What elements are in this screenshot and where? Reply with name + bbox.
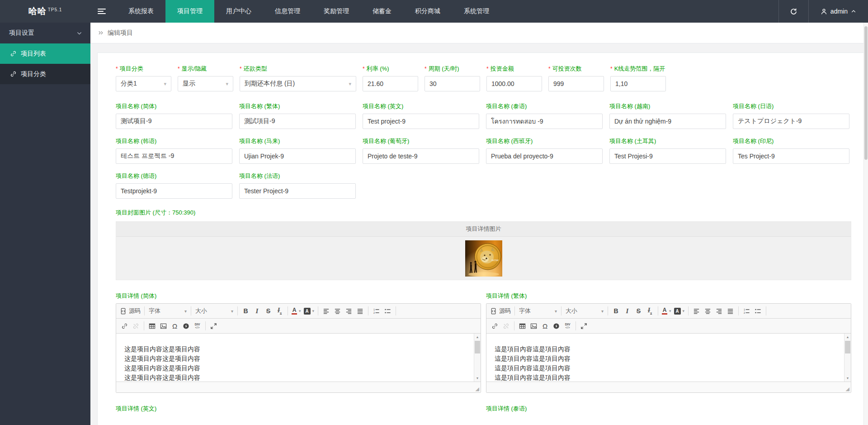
flash-button[interactable] xyxy=(180,320,192,332)
sidebar-item-2[interactable]: 项目分类 xyxy=(0,64,90,84)
text-input[interactable] xyxy=(116,183,232,199)
align-justify-button[interactable] xyxy=(725,306,736,317)
user-menu[interactable]: admin xyxy=(809,0,868,23)
align-right-button[interactable] xyxy=(713,306,725,317)
link-button[interactable] xyxy=(119,320,130,332)
resize-grip-icon[interactable]: ◢ xyxy=(846,386,849,392)
nav-item-1[interactable]: 系统报表 xyxy=(117,0,165,23)
toolbar-separator xyxy=(688,306,689,315)
bg-color-button[interactable]: A▾ xyxy=(673,306,686,317)
remove-format-button[interactable]: Ix xyxy=(274,306,285,317)
text-input[interactable] xyxy=(733,148,849,164)
nav-item-2[interactable]: 项目管理 xyxy=(165,0,214,23)
page-scrollbar-thumb[interactable] xyxy=(864,26,868,160)
align-left-button[interactable] xyxy=(691,306,702,317)
refresh-button[interactable] xyxy=(779,0,808,23)
ordered-list-button[interactable]: 12 xyxy=(741,306,752,317)
text-color-button[interactable]: A▾ xyxy=(660,306,673,317)
align-center-button[interactable] xyxy=(332,306,343,317)
table-button[interactable] xyxy=(517,320,528,332)
bullet-list-button[interactable] xyxy=(752,306,764,317)
text-input[interactable] xyxy=(609,148,726,164)
nav-item-8[interactable]: 系统管理 xyxy=(452,0,501,23)
editor-scrollbar[interactable]: ▲▼ xyxy=(844,334,851,382)
brand-logo[interactable]: 哈哈 TP5.1 xyxy=(0,0,90,23)
page-scrollbar[interactable] xyxy=(863,23,868,425)
scroll-down-icon[interactable]: ▼ xyxy=(844,375,851,382)
editor-content[interactable]: 这是项目内容这是项目内容这是项目内容这是项目内容这是项目内容这是项目内容这是项目… xyxy=(116,334,481,382)
text-input[interactable] xyxy=(733,114,849,129)
select-field[interactable]: 分类1▾ xyxy=(116,76,171,91)
text-input[interactable] xyxy=(239,183,356,199)
source-button[interactable]: 源码 xyxy=(119,306,142,317)
source-button[interactable]: 源码 xyxy=(489,306,512,317)
scroll-up-icon[interactable]: ▲ xyxy=(844,334,851,340)
align-center-button[interactable] xyxy=(702,306,713,317)
text-input[interactable] xyxy=(548,76,604,91)
image-button[interactable] xyxy=(158,320,169,332)
italic-button[interactable]: I xyxy=(251,306,263,317)
text-input[interactable] xyxy=(486,76,542,91)
nav-item-3[interactable]: 用户中心 xyxy=(214,0,263,23)
maximize-button[interactable] xyxy=(578,320,590,332)
text-input[interactable] xyxy=(363,148,479,164)
hamburger-icon[interactable] xyxy=(90,0,113,23)
ordered-list-button[interactable]: 12 xyxy=(371,306,382,317)
scrollbar-thumb[interactable] xyxy=(475,341,480,353)
text-input[interactable] xyxy=(363,76,418,91)
italic-button[interactable]: I xyxy=(622,306,633,317)
nav-item-4[interactable]: 信息管理 xyxy=(263,0,312,23)
text-input[interactable] xyxy=(239,148,356,164)
field-3: *还款类型到期还本付息 (日)▾ xyxy=(240,65,356,91)
div-container-button[interactable]: DIV</> xyxy=(562,320,573,332)
size-dropdown[interactable]: 大小▾ xyxy=(564,306,605,317)
text-color-button[interactable]: A▾ xyxy=(290,306,302,317)
div-container-button[interactable]: DIV</> xyxy=(192,320,203,332)
unlink-button[interactable] xyxy=(500,320,512,332)
sidebar-group-project-settings[interactable]: 项目设置 xyxy=(0,23,90,43)
select-field[interactable]: 显示▾ xyxy=(178,76,233,91)
font-dropdown[interactable]: 字体▾ xyxy=(147,306,189,317)
text-input[interactable] xyxy=(116,114,232,129)
nav-item-7[interactable]: 积分商城 xyxy=(403,0,452,23)
align-left-button[interactable] xyxy=(321,306,332,317)
editor-scrollbar[interactable]: ▲▼ xyxy=(474,334,481,382)
bullet-list-button[interactable] xyxy=(382,306,393,317)
strikethrough-button[interactable]: S xyxy=(263,306,274,317)
text-input[interactable] xyxy=(610,76,666,91)
bold-button[interactable]: B xyxy=(240,306,251,317)
unlink-button[interactable] xyxy=(130,320,142,332)
bold-button[interactable]: B xyxy=(610,306,622,317)
font-dropdown[interactable]: 字体▾ xyxy=(517,306,559,317)
text-input[interactable] xyxy=(363,114,479,129)
nav-item-6[interactable]: 储蓄金 xyxy=(361,0,403,23)
project-detail-image[interactable]: WOW xyxy=(465,240,502,277)
text-input[interactable] xyxy=(425,76,480,91)
editor-content[interactable]: 這是項目內容這是項目內容這是項目內容這是項目內容這是項目內容這是項目內容這是項目… xyxy=(486,334,851,382)
special-char-button[interactable]: Ω xyxy=(169,320,180,332)
scroll-up-icon[interactable]: ▲ xyxy=(474,334,481,340)
text-input[interactable] xyxy=(116,148,232,164)
text-input[interactable] xyxy=(486,148,603,164)
scroll-down-icon[interactable]: ▼ xyxy=(474,375,481,382)
image-button[interactable] xyxy=(528,320,539,332)
maximize-button[interactable] xyxy=(208,320,219,332)
nav-item-5[interactable]: 奖励管理 xyxy=(312,0,361,23)
align-right-button[interactable] xyxy=(343,306,354,317)
strikethrough-button[interactable]: S xyxy=(633,306,644,317)
link-button[interactable] xyxy=(489,320,500,332)
resize-grip-icon[interactable]: ◢ xyxy=(476,386,479,392)
text-input[interactable] xyxy=(609,114,726,129)
flash-button[interactable] xyxy=(551,320,562,332)
scrollbar-thumb[interactable] xyxy=(845,341,850,353)
select-field[interactable]: 到期还本付息 (日)▾ xyxy=(240,76,356,91)
table-button[interactable] xyxy=(146,320,158,332)
size-dropdown[interactable]: 大小▾ xyxy=(193,306,235,317)
text-input[interactable] xyxy=(239,114,356,129)
text-input[interactable] xyxy=(486,114,603,129)
bg-color-button[interactable]: A▾ xyxy=(302,306,316,317)
special-char-button[interactable]: Ω xyxy=(539,320,551,332)
sidebar-item-1[interactable]: 项目列表 xyxy=(0,43,90,64)
remove-format-button[interactable]: Ix xyxy=(644,306,656,317)
align-justify-button[interactable] xyxy=(354,306,366,317)
